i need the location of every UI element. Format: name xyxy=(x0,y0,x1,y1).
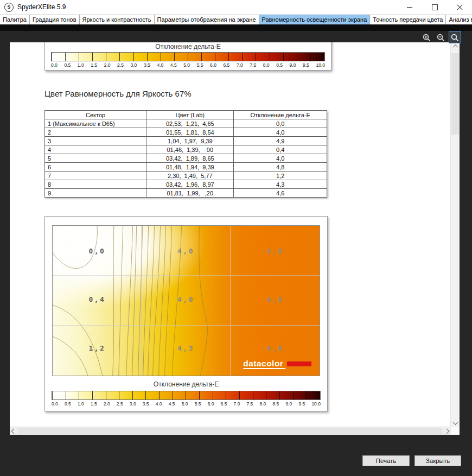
tick-label: 3.0 xyxy=(131,62,137,68)
scrollbar-corner xyxy=(451,427,460,435)
cell-delta: 4,8 xyxy=(234,163,327,172)
tick-label: 6.5 xyxy=(221,401,227,407)
tick-label: 5.5 xyxy=(197,62,203,68)
zoom-out-button[interactable] xyxy=(435,31,447,43)
col-header-delta: Отклонение дельта-E xyxy=(234,111,327,119)
tick-label: 6.0 xyxy=(208,401,214,407)
tab-item[interactable]: Градация тонов xyxy=(30,15,80,24)
tick-label: 9.5 xyxy=(303,62,309,68)
cell-sector: 2 xyxy=(45,128,146,137)
section-title: Цвет Равномерность для Яркость 67% xyxy=(44,89,192,98)
tab-item[interactable]: Яркость и контрастность xyxy=(80,15,155,24)
tick-label: 7.0 xyxy=(237,62,243,68)
top-scale-panel: Отклонение дельта-E 0.00.51.01.52.02.53.… xyxy=(44,42,331,71)
sector-value: 4,0 xyxy=(177,295,194,303)
cell-sector: 1 (Максимальное к D65) xyxy=(45,119,146,128)
scroll-down-button[interactable] xyxy=(451,419,460,427)
tab-item[interactable]: Анализ монитора xyxy=(446,15,472,24)
maximize-button[interactable] xyxy=(422,0,447,14)
tick-label: 10.0 xyxy=(316,62,325,68)
tick-label: 9.0 xyxy=(290,62,296,68)
cell-sector: 7 xyxy=(45,172,146,180)
tick-label: 1.5 xyxy=(91,62,97,68)
tick-label: 4.0 xyxy=(156,401,162,407)
uniformity-heatmap: 0,0 4,0 4,9 0,4 4,0 4,8 1,2 4,3 4,6 data… xyxy=(52,225,320,376)
tab-item[interactable]: Точность передачи цвета xyxy=(370,15,446,24)
map-scale-ticks xyxy=(52,391,320,399)
tick-label: 7.5 xyxy=(250,62,256,68)
titlebar: S SpyderXElite 5.9 xyxy=(0,0,472,14)
maximize-icon xyxy=(432,4,438,10)
report-page: Отклонение дельта-E 0.00.51.01.52.02.53.… xyxy=(10,42,451,427)
close-button-label: Закрыть xyxy=(426,458,450,464)
scroll-left-button[interactable] xyxy=(10,427,18,435)
close-report-button[interactable]: Закрыть xyxy=(414,455,461,466)
tick-label: 1.0 xyxy=(78,62,84,68)
tick-label: 4.0 xyxy=(157,62,163,68)
map-scale-gradient-bar xyxy=(52,391,321,400)
table-row: 3 1,04, 1,97, 9,39 4,9 xyxy=(45,137,327,145)
cell-sector: 6 xyxy=(45,163,146,172)
tick-label: 4.5 xyxy=(169,401,175,407)
tick-label: 1.0 xyxy=(78,401,84,407)
datacolor-logo-text: datacolor xyxy=(243,359,283,368)
cell-sector: 4 xyxy=(45,145,146,154)
scroll-up-button[interactable] xyxy=(451,42,460,50)
print-button[interactable]: Печать xyxy=(362,455,410,466)
top-scale-title: Отклонение дельта-E xyxy=(45,43,331,51)
vertical-scrollbar[interactable] xyxy=(450,42,460,427)
horizontal-scrollbar-thumb[interactable] xyxy=(18,428,442,434)
close-icon xyxy=(457,4,463,10)
tab-bar: Палитра Градация тонов Яркость и контрас… xyxy=(0,14,472,24)
chevron-right-icon xyxy=(444,428,450,434)
cell-sector: 8 xyxy=(45,180,146,189)
tab-label: Градация тонов xyxy=(33,16,76,23)
tab-label: Палитра xyxy=(3,16,27,23)
minimize-button[interactable] xyxy=(397,0,422,14)
tick-label: 8.5 xyxy=(272,401,279,407)
cell-sector: 3 xyxy=(45,137,146,145)
cell-delta: 4,0 xyxy=(234,128,327,137)
tick-label: 8.0 xyxy=(263,62,270,68)
tick-label: 0.0 xyxy=(51,62,58,68)
horizontal-scrollbar[interactable] xyxy=(10,427,451,435)
cell-delta: 4,9 xyxy=(234,137,327,145)
scroll-right-button[interactable] xyxy=(443,427,451,435)
zoom-select-button[interactable] xyxy=(449,31,461,43)
col-header-lab: Цвет (Lab) xyxy=(146,111,234,119)
chevron-down-icon xyxy=(452,420,458,425)
tick-label: 5.5 xyxy=(195,401,201,407)
chevron-left-icon xyxy=(11,428,17,434)
magnifier-plus-icon xyxy=(423,34,431,42)
tick-label: 0.0 xyxy=(52,401,58,407)
cell-delta: 0,0 xyxy=(234,119,327,128)
zoom-toolbar xyxy=(420,31,461,43)
table-row: 4 01,46, 1,39, 00 0,4 xyxy=(45,145,327,154)
tick-label: 2.0 xyxy=(104,62,111,68)
table-row: 8 03,42, 1,96, 8,97 4,3 xyxy=(45,180,327,189)
tab-item[interactable]: Параметры отображения на экране xyxy=(155,15,259,24)
sector-value: 4,8 xyxy=(267,295,284,303)
sector-value: 0,4 xyxy=(88,295,105,303)
tab-item[interactable]: Равномерность освещенности экрана xyxy=(259,15,371,24)
vertical-scrollbar-thumb[interactable] xyxy=(451,53,459,135)
cell-lab: 03,42, 1,89, 8,65 xyxy=(146,154,234,163)
tab-label: Равномерность освещенности экрана xyxy=(262,16,367,23)
zoom-in-button[interactable] xyxy=(420,31,433,43)
tick-label: 2.0 xyxy=(104,401,110,407)
cell-sector: 5 xyxy=(45,154,146,163)
chevron-up-icon xyxy=(452,45,458,50)
table-row: 2 01,55, 1,81, 8,54 4,0 xyxy=(45,128,327,137)
toolbar-strip xyxy=(0,24,472,31)
cell-lab: 2,30, 1,49, 5,77 xyxy=(146,172,234,180)
sector-value: 4,6 xyxy=(267,344,284,352)
close-button[interactable] xyxy=(447,0,472,14)
sector-value: 4,9 xyxy=(267,247,284,255)
tick-label: 2.5 xyxy=(117,62,124,68)
uniformity-map-panel: 0,0 4,0 4,9 0,4 4,0 4,8 1,2 4,3 4,6 data… xyxy=(44,216,328,411)
tick-label: 8.5 xyxy=(276,62,283,68)
cell-sector: 9 xyxy=(45,189,146,198)
tab-label: Яркость и контрастность xyxy=(82,16,151,23)
tab-item[interactable]: Палитра xyxy=(0,15,30,24)
table-header-row: Сектор Цвет (Lab) Отклонение дельта-E xyxy=(45,111,327,119)
